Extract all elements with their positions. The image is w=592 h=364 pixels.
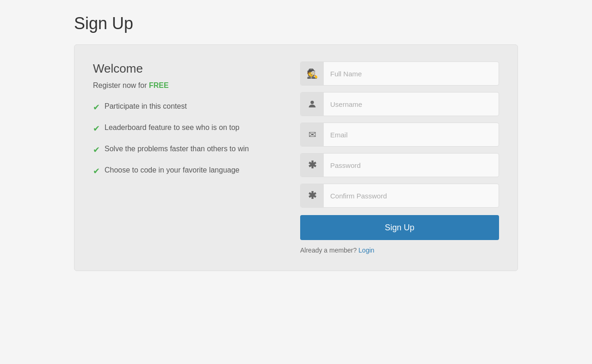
welcome-heading: Welcome xyxy=(93,62,272,76)
feature-item-2: ✔ Leaderboard feature to see who is on t… xyxy=(93,122,272,135)
email-input[interactable] xyxy=(324,123,499,146)
feature-item-4: ✔ Choose to code in your favorite langua… xyxy=(93,165,272,178)
full-name-group: 🕵 xyxy=(300,62,499,86)
register-text: Register now for FREE xyxy=(93,81,272,90)
checkmark-icon-3: ✔ xyxy=(93,144,100,156)
username-group xyxy=(300,92,499,116)
svg-point-0 xyxy=(310,101,314,104)
checkmark-icon-1: ✔ xyxy=(93,101,100,114)
signup-card: Welcome Register now for FREE ✔ Particip… xyxy=(74,44,518,271)
feature-item-3: ✔ Solve the problems faster than others … xyxy=(93,143,272,156)
password-group: ✱ xyxy=(300,153,499,177)
checkmark-icon-2: ✔ xyxy=(93,123,100,135)
password-input[interactable] xyxy=(324,154,499,177)
left-panel: Welcome Register now for FREE ✔ Particip… xyxy=(93,62,272,254)
feature-text-3: Solve the problems faster than others to… xyxy=(105,143,249,154)
email-group: ✉ xyxy=(300,123,499,147)
feature-text-2: Leaderboard feature to see who is on top xyxy=(105,122,240,133)
checkmark-icon-4: ✔ xyxy=(93,165,100,178)
feature-item-1: ✔ Participate in this contest xyxy=(93,101,272,114)
confirm-password-icon: ✱ xyxy=(301,184,324,207)
username-input[interactable] xyxy=(324,93,499,116)
spy-icon: 🕵 xyxy=(301,62,324,85)
confirm-password-group: ✱ xyxy=(300,184,499,208)
feature-text-1: Participate in this contest xyxy=(105,101,187,112)
password-icon: ✱ xyxy=(301,154,324,177)
signup-button[interactable]: Sign Up xyxy=(300,215,499,240)
login-link[interactable]: Login xyxy=(358,247,374,254)
user-icon xyxy=(301,93,324,116)
login-prompt: Already a member? Login xyxy=(300,247,499,254)
page-title: Sign Up xyxy=(74,14,133,33)
confirm-password-input[interactable] xyxy=(324,184,499,207)
signup-form: 🕵 ✉ ✱ xyxy=(300,62,499,254)
full-name-input[interactable] xyxy=(324,62,499,85)
feature-text-4: Choose to code in your favorite language xyxy=(105,165,240,176)
email-icon: ✉ xyxy=(301,123,324,146)
feature-list: ✔ Participate in this contest ✔ Leaderbo… xyxy=(93,101,272,178)
